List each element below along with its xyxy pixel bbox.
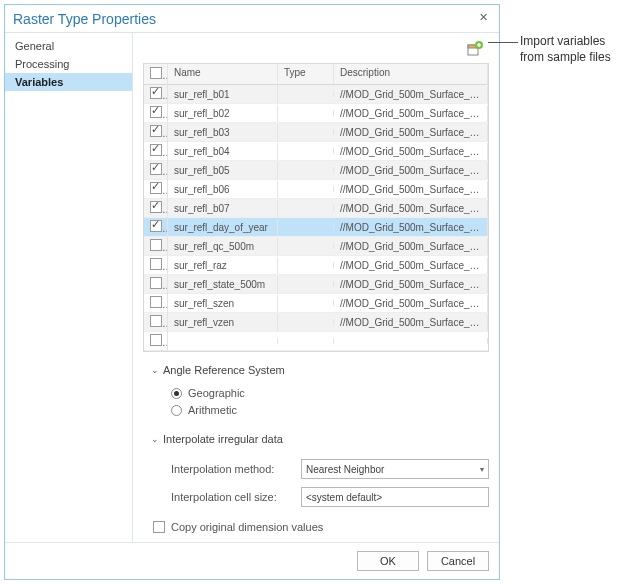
row-checkbox[interactable] — [150, 163, 162, 175]
row-checkbox[interactable] — [150, 125, 162, 137]
interpolation-method-label: Interpolation method: — [171, 463, 291, 475]
row-name: sur_refl_b05 — [168, 162, 278, 179]
header-name[interactable]: Name — [168, 64, 278, 84]
row-checkbox[interactable] — [150, 315, 162, 327]
chevron-down-icon: ⌄ — [151, 434, 159, 444]
row-checkbox[interactable] — [150, 239, 162, 251]
row-checkbox[interactable] — [150, 201, 162, 213]
section-interpolate-title: Interpolate irregular data — [163, 433, 283, 445]
row-checkbox-cell[interactable] — [144, 236, 168, 256]
row-checkbox-cell[interactable] — [144, 255, 168, 275]
row-checkbox-cell[interactable] — [144, 293, 168, 313]
select-all-checkbox[interactable] — [150, 67, 162, 79]
ok-button[interactable]: OK — [357, 551, 419, 571]
sidebar-item-general[interactable]: General — [5, 37, 132, 55]
header-description[interactable]: Description — [334, 64, 488, 84]
section-angle-reference[interactable]: ⌄ Angle Reference System — [151, 364, 489, 376]
row-name: sur_refl_b04 — [168, 143, 278, 160]
row-checkbox[interactable] — [150, 258, 162, 270]
cancel-button[interactable]: Cancel — [427, 551, 489, 571]
radio-label: Geographic — [188, 387, 245, 399]
row-checkbox-cell[interactable] — [144, 312, 168, 332]
radio-icon[interactable] — [171, 388, 182, 399]
row-checkbox-cell[interactable] — [144, 331, 168, 351]
interpolation-cell-value: <system default> — [306, 492, 382, 503]
table-row[interactable]: sur_refl_vzen//MOD_Grid_500m_Surface_Ref… — [144, 313, 488, 332]
table-row[interactable]: sur_refl_qc_500m//MOD_Grid_500m_Surface_… — [144, 237, 488, 256]
interpolation-cell-input[interactable]: <system default> — [301, 487, 489, 507]
radio-option-arithmetic[interactable]: Arithmetic — [171, 404, 489, 416]
copy-dimension-checkbox[interactable] — [153, 521, 165, 533]
grid-body: sur_refl_b01//MOD_Grid_500m_Surface_Ref.… — [144, 85, 488, 351]
row-checkbox-cell[interactable] — [144, 274, 168, 294]
table-row[interactable]: sur_refl_b06//MOD_Grid_500m_Surface_Ref.… — [144, 180, 488, 199]
row-checkbox-cell[interactable] — [144, 198, 168, 218]
row-type — [278, 110, 334, 116]
sidebar-item-processing[interactable]: Processing — [5, 55, 132, 73]
row-description: //MOD_Grid_500m_Surface_Ref... — [334, 86, 488, 103]
sidebar-item-variables[interactable]: Variables — [5, 73, 132, 91]
row-type — [278, 300, 334, 306]
row-description: //MOD_Grid_500m_Surface_Ref... — [334, 276, 488, 293]
row-name: sur_refl_qc_500m — [168, 238, 278, 255]
row-type — [278, 319, 334, 325]
row-description: //MOD_Grid_500m_Surface_Ref... — [334, 143, 488, 160]
radio-option-geographic[interactable]: Geographic — [171, 387, 489, 399]
row-checkbox-cell[interactable] — [144, 103, 168, 123]
row-name: sur_refl_b06 — [168, 181, 278, 198]
row-checkbox-cell[interactable] — [144, 141, 168, 161]
row-type — [278, 91, 334, 97]
table-row[interactable]: sur_refl_b07//MOD_Grid_500m_Surface_Ref.… — [144, 199, 488, 218]
row-checkbox[interactable] — [150, 220, 162, 232]
table-row[interactable]: sur_refl_day_of_year//MOD_Grid_500m_Surf… — [144, 218, 488, 237]
row-checkbox-cell[interactable] — [144, 122, 168, 142]
row-description: //MOD_Grid_500m_Surface_Ref... — [334, 181, 488, 198]
row-description: //MOD_Grid_500m_Surface_Ref... — [334, 219, 488, 236]
table-row[interactable]: sur_refl_b05//MOD_Grid_500m_Surface_Ref.… — [144, 161, 488, 180]
row-checkbox-cell[interactable] — [144, 84, 168, 104]
row-checkbox-cell[interactable] — [144, 217, 168, 237]
row-type — [278, 338, 334, 344]
row-checkbox-cell[interactable] — [144, 179, 168, 199]
section-interpolate[interactable]: ⌄ Interpolate irregular data — [151, 433, 489, 445]
row-checkbox[interactable] — [150, 87, 162, 99]
row-type — [278, 205, 334, 211]
row-type — [278, 243, 334, 249]
row-name: sur_refl_day_of_year — [168, 219, 278, 236]
row-description: //MOD_Grid_500m_Surface_Ref... — [334, 238, 488, 255]
row-checkbox[interactable] — [150, 277, 162, 289]
row-description: //MOD_Grid_500m_Surface_Ref... — [334, 314, 488, 331]
callout-leader-line — [488, 42, 518, 43]
toolbar — [143, 39, 489, 63]
row-checkbox[interactable] — [150, 182, 162, 194]
row-description: //MOD_Grid_500m_Surface_Ref... — [334, 162, 488, 179]
row-checkbox[interactable] — [150, 334, 162, 346]
header-type[interactable]: Type — [278, 64, 334, 84]
angle-reference-options: GeographicArithmetic — [171, 382, 489, 421]
sidebar: GeneralProcessingVariables — [5, 33, 133, 542]
import-variables-button[interactable] — [467, 41, 483, 57]
content-panel: Name Type Description sur_refl_b01//MOD_… — [133, 33, 499, 542]
chevron-down-icon: ⌄ — [151, 365, 159, 375]
table-row[interactable]: sur_refl_b04//MOD_Grid_500m_Surface_Ref.… — [144, 142, 488, 161]
table-row[interactable]: sur_refl_state_500m//MOD_Grid_500m_Surfa… — [144, 275, 488, 294]
row-checkbox-cell[interactable] — [144, 160, 168, 180]
table-row[interactable]: sur_refl_b03//MOD_Grid_500m_Surface_Ref.… — [144, 123, 488, 142]
close-icon[interactable]: ✕ — [475, 11, 491, 27]
row-checkbox[interactable] — [150, 144, 162, 156]
import-icon — [467, 41, 483, 57]
copy-dimension-row[interactable]: Copy original dimension values — [153, 521, 489, 533]
row-checkbox[interactable] — [150, 106, 162, 118]
radio-icon[interactable] — [171, 405, 182, 416]
dialog-title: Raster Type Properties — [13, 11, 475, 27]
table-row[interactable]: sur_refl_b01//MOD_Grid_500m_Surface_Ref.… — [144, 85, 488, 104]
table-row[interactable] — [144, 332, 488, 351]
row-type — [278, 167, 334, 173]
table-row[interactable]: sur_refl_szen//MOD_Grid_500m_Surface_Ref… — [144, 294, 488, 313]
row-checkbox[interactable] — [150, 296, 162, 308]
row-name: sur_refl_b02 — [168, 105, 278, 122]
table-row[interactable]: sur_refl_raz//MOD_Grid_500m_Surface_Ref.… — [144, 256, 488, 275]
table-row[interactable]: sur_refl_b02//MOD_Grid_500m_Surface_Ref.… — [144, 104, 488, 123]
header-checkbox-cell[interactable] — [144, 64, 168, 84]
interpolation-method-dropdown[interactable]: Nearest Neighbor ▾ — [301, 459, 489, 479]
